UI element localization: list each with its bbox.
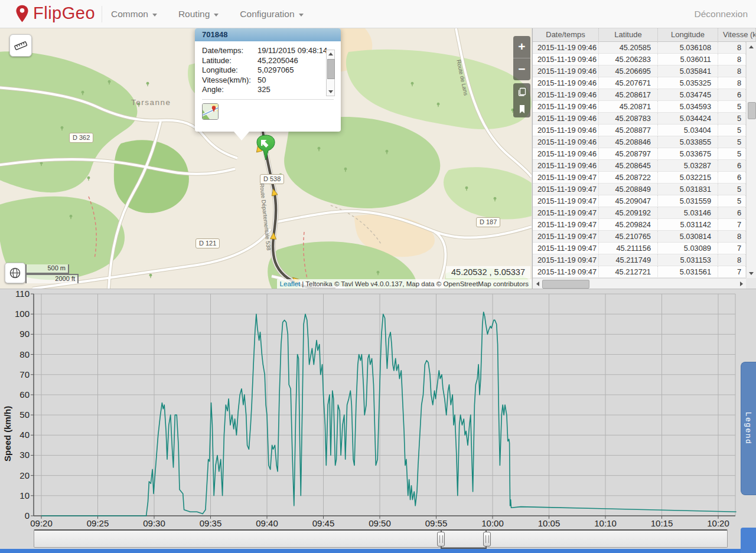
table-row[interactable]: 2015-11-19 09:4645.2076715.0353258	[533, 77, 746, 89]
popup-row-value: 325	[258, 85, 271, 95]
popup-row-value: 50	[258, 76, 266, 86]
scroll-up-button[interactable]	[747, 42, 756, 51]
bottom-right-panel-tab[interactable]	[741, 528, 756, 553]
table-header: Date/temps Latitude Longitude Vitesse (k	[533, 28, 756, 42]
x-tick-label: 09:20	[24, 518, 59, 528]
table-cell: 5.034593	[658, 101, 718, 113]
table-horizontal-scrollbar[interactable]	[533, 278, 746, 289]
main-menu: Common Routing Configuration	[111, 0, 304, 28]
triangle-down-icon	[328, 90, 333, 93]
table-row[interactable]: 2015-11-19 09:4745.2127215.0315617	[533, 266, 746, 278]
scrollbar-thumb[interactable]	[748, 102, 756, 119]
scroll-left-button[interactable]	[533, 279, 542, 289]
time-range-selected[interactable]	[441, 529, 487, 549]
table-row[interactable]: 2015-11-19 09:4745.2107655.0308148	[533, 231, 746, 243]
scrollbar-thumb[interactable]	[542, 280, 589, 289]
y-axis-title: Speed (km/h)	[2, 355, 12, 462]
col-header-longitude[interactable]: Longitude	[658, 28, 718, 42]
google-maps-icon	[203, 104, 218, 119]
popup-row: Longitude:5,0297065	[202, 66, 335, 76]
leaflet-link[interactable]: Leaflet	[280, 280, 301, 287]
table-cell: 6	[718, 172, 746, 184]
table-row[interactable]: 2015-11-19 09:4745.2091925.031466	[533, 207, 746, 219]
triangle-right-icon	[740, 282, 743, 286]
table-row[interactable]: 2015-11-19 09:4745.2090475.0315595	[533, 195, 746, 207]
scroll-down-button[interactable]	[327, 88, 334, 96]
table-cell: 45.212721	[599, 266, 658, 278]
table-row[interactable]: 2015-11-19 09:4745.2111565.030897	[533, 243, 746, 254]
table-row[interactable]: 2015-11-19 09:4645.2087975.0336755	[533, 148, 746, 160]
attribution-text: | Teltonika © Tavl Web v4.0.0.137, Map d…	[300, 280, 529, 287]
table-row[interactable]: 2015-11-19 09:4745.2098245.0311427	[533, 219, 746, 231]
scrollbar-corner	[746, 278, 756, 289]
scroll-up-button[interactable]	[327, 50, 334, 58]
table-cell: 45.208645	[599, 160, 658, 172]
popup-title: 701848	[195, 28, 341, 41]
menu-configuration[interactable]: Configuration	[240, 9, 303, 19]
grip-icon	[439, 535, 443, 543]
map-canvas[interactable]: Tersanne D 362 D 121 D 538 D 187 Route d…	[0, 28, 532, 289]
menu-common-label: Common	[111, 9, 148, 19]
table-row[interactable]: 2015-11-19 09:4645.2088775.034045	[533, 125, 746, 136]
scroll-down-button[interactable]	[747, 269, 756, 278]
table-vertical-scrollbar[interactable]	[746, 42, 756, 278]
slider-handle-right[interactable]	[483, 532, 491, 547]
menu-common[interactable]: Common	[111, 9, 157, 19]
x-tick-label: 09:35	[193, 518, 229, 528]
table-row[interactable]: 2015-11-19 09:4645.2088465.0338555	[533, 136, 746, 148]
zoom-out-button[interactable]: −	[513, 58, 530, 80]
table-row[interactable]: 2015-11-19 09:4645.2087835.0344245	[533, 113, 746, 125]
x-tick-label: 10:15	[644, 518, 680, 528]
table-cell: 2015-11-19 09:47	[533, 254, 599, 266]
table-row[interactable]: 2015-11-19 09:4745.2117495.0311538	[533, 254, 746, 266]
table-cell: 45.206695	[599, 66, 658, 77]
google-maps-button[interactable]	[202, 103, 219, 120]
table-row[interactable]: 2015-11-19 09:4645.2086455.032876	[533, 160, 746, 172]
col-header-datetime[interactable]: Date/temps	[533, 28, 599, 42]
menu-routing[interactable]: Routing	[178, 9, 219, 19]
scroll-right-button[interactable]	[737, 279, 746, 289]
x-tick-label: 09:25	[80, 518, 116, 528]
table-cell: 2015-11-19 09:46	[533, 125, 599, 136]
x-tick-label: 09:50	[362, 518, 397, 528]
table-row[interactable]: 2015-11-19 09:4645.2066955.0358418	[533, 66, 746, 77]
table-row[interactable]: 2015-11-19 09:4645.205855.0361088	[533, 42, 746, 54]
table-row[interactable]: 2015-11-19 09:4645.2086175.0347456	[533, 89, 746, 101]
slider-handle-left[interactable]	[437, 532, 445, 547]
scrollbar-thumb[interactable]	[327, 59, 335, 79]
popup-row: Angle:325	[202, 85, 335, 95]
time-range-slider-track[interactable]	[34, 529, 728, 548]
table-row[interactable]: 2015-11-19 09:4745.2088495.0318315	[533, 184, 746, 195]
table-cell: 5	[718, 125, 746, 136]
bookmark-icon	[518, 104, 526, 114]
brand-logo[interactable]: FlipGeo	[15, 4, 95, 23]
table-cell: 2015-11-19 09:47	[533, 172, 599, 184]
y-tick-label: 110	[4, 289, 30, 299]
measure-tool-button[interactable]	[9, 34, 32, 57]
layers-icon	[517, 87, 527, 97]
popup-row: Latitude:45,2205046	[202, 56, 335, 66]
table-cell: 8	[718, 77, 746, 89]
globe-button[interactable]	[5, 263, 25, 283]
brand-name: FlipGeo	[33, 4, 95, 23]
popup-row-label: Longitude:	[202, 66, 258, 76]
x-tick-label: 10:20	[700, 518, 736, 528]
layers-button[interactable]	[513, 83, 530, 100]
table-row[interactable]: 2015-11-19 09:4645.208715.0345935	[533, 101, 746, 113]
zoom-in-button[interactable]: +	[513, 36, 530, 58]
table-cell: 45.208849	[599, 184, 658, 195]
table-row[interactable]: 2015-11-19 09:4645.2062835.0360118	[533, 54, 746, 66]
speed-series-line	[41, 312, 737, 516]
bookmark-button[interactable]	[513, 100, 530, 117]
y-tick-label: 10	[4, 490, 30, 500]
col-header-speed[interactable]: Vitesse (k	[718, 28, 756, 42]
table-cell: 45.206283	[599, 54, 658, 66]
popup-scrollbar[interactable]	[326, 50, 335, 96]
table-cell: 45.20585	[599, 42, 658, 54]
table-cell: 7	[718, 243, 746, 254]
col-header-latitude[interactable]: Latitude	[599, 28, 658, 42]
logout-link[interactable]: Déconnexion	[695, 0, 748, 28]
table-row[interactable]: 2015-11-19 09:4745.2087225.0322156	[533, 172, 746, 184]
legend-tab[interactable]: Legend	[741, 362, 756, 495]
table-cell: 5	[718, 195, 746, 207]
